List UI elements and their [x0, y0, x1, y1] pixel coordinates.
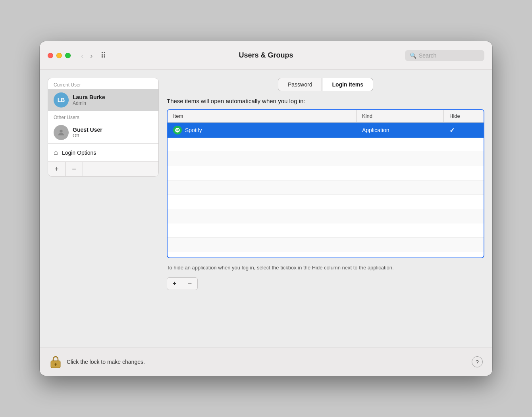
svg-point-0 — [60, 130, 62, 133]
user-name-guest: Guest User — [73, 127, 102, 133]
user-item-laura-burke[interactable]: LB Laura Burke Admin — [48, 89, 158, 111]
empty-row-1 — [168, 138, 484, 152]
search-bar[interactable]: 🔍 — [405, 50, 484, 61]
col-header-hide: Hide — [444, 110, 484, 122]
user-item-guest[interactable]: Guest User Off — [48, 122, 158, 143]
bottom-bar: Click the lock to make changes. ? — [40, 348, 492, 376]
col-header-kind: Kind — [357, 110, 444, 122]
col-item-spotify: Spotify — [168, 123, 357, 138]
forward-button[interactable]: › — [88, 50, 95, 61]
user-role-laura-burke: Admin — [73, 100, 105, 106]
empty-row-8 — [168, 238, 484, 252]
login-options-button[interactable]: ⌂ Login Options — [48, 143, 158, 161]
system-preferences-window: ‹ › ⠿ Users & Groups 🔍 Current User LB — [40, 41, 492, 376]
sidebar-inner: Current User LB Laura Burke Admin Other … — [48, 78, 158, 176]
sidebar: Current User LB Laura Burke Admin Other … — [48, 78, 159, 340]
right-panel: Password Login Items These items will op… — [167, 78, 484, 340]
col-header-item: Item — [168, 110, 357, 122]
home-icon: ⌂ — [54, 148, 58, 157]
maximize-button[interactable] — [65, 53, 71, 58]
lock-icon — [49, 354, 62, 369]
add-remove-buttons: + − — [167, 277, 198, 290]
back-button[interactable]: ‹ — [79, 50, 86, 61]
sidebar-list: Current User LB Laura Burke Admin Other … — [48, 78, 158, 143]
empty-row-3 — [168, 166, 484, 181]
tab-login-items[interactable]: Login Items — [322, 78, 373, 91]
login-options-label: Login Options — [62, 150, 96, 156]
current-user-label: Current User — [48, 78, 158, 89]
remove-login-item-button[interactable]: − — [182, 278, 197, 290]
user-info-laura-burke: Laura Burke Admin — [73, 94, 105, 106]
search-icon: 🔍 — [410, 52, 416, 59]
user-name-laura-burke: Laura Burke — [73, 94, 105, 100]
grid-button[interactable]: ⠿ — [97, 49, 110, 62]
window-title: Users & Groups — [239, 51, 293, 60]
avatar-laura-burke: LB — [54, 92, 69, 108]
table-row-spotify[interactable]: Spotify Application ✓ — [168, 123, 484, 138]
col-hide-spotify[interactable]: ✓ — [444, 123, 484, 137]
empty-row-6 — [168, 209, 484, 223]
empty-row-7 — [168, 223, 484, 238]
login-items-description: These items will open automatically when… — [167, 98, 484, 104]
user-role-guest: Off — [73, 133, 102, 138]
titlebar: ‹ › ⠿ Users & Groups 🔍 — [40, 41, 492, 70]
add-user-button[interactable]: + — [48, 162, 66, 176]
empty-row-2 — [168, 152, 484, 166]
table-header: Item Kind Hide — [168, 110, 484, 123]
empty-row-5 — [168, 195, 484, 209]
search-input[interactable] — [419, 52, 480, 59]
remove-user-button[interactable]: − — [66, 162, 83, 176]
close-button[interactable] — [48, 53, 53, 58]
avatar-guest — [54, 125, 69, 140]
lock-area[interactable]: Click the lock to make changes. — [49, 354, 145, 369]
empty-rows — [168, 138, 484, 252]
tabs: Password Login Items — [167, 78, 484, 91]
empty-row-4 — [168, 181, 484, 195]
col-kind-spotify: Application — [357, 124, 444, 136]
lock-text: Click the lock to make changes. — [67, 359, 145, 365]
traffic-lights — [48, 53, 71, 58]
help-button[interactable]: ? — [472, 356, 483, 367]
spotify-name: Spotify — [185, 127, 202, 133]
svg-rect-3 — [55, 364, 56, 366]
user-info-guest: Guest User Off — [73, 127, 102, 138]
nav-buttons: ‹ › — [79, 50, 95, 61]
main-content: Current User LB Laura Burke Admin Other … — [40, 70, 492, 348]
other-users-label: Other Users — [48, 111, 158, 122]
sidebar-bottom-bar: + − — [48, 161, 158, 176]
sidebar-panel: Current User LB Laura Burke Admin Other … — [48, 78, 159, 177]
minimize-button[interactable] — [56, 53, 62, 58]
login-items-table: Item Kind Hide Spotify — [167, 109, 484, 258]
hint-text: To hide an application when you log in, … — [167, 264, 484, 272]
spotify-icon — [173, 126, 182, 135]
add-login-item-button[interactable]: + — [167, 278, 182, 290]
table-body: Spotify Application ✓ — [168, 123, 484, 258]
tab-password[interactable]: Password — [278, 78, 322, 91]
